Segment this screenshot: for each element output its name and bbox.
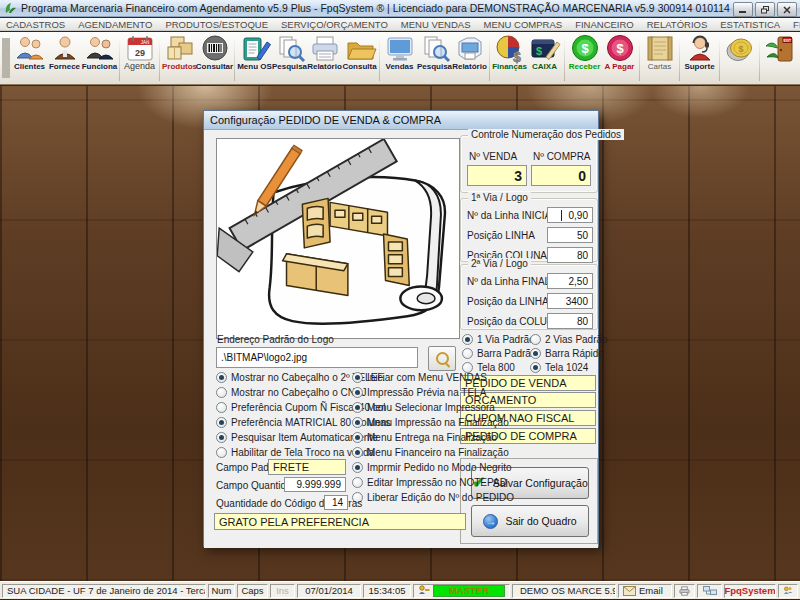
search-pages-icon — [273, 34, 307, 64]
option-label: Liberar Edição do Nº do PEDIDO — [367, 492, 514, 503]
radio-tela-1024[interactable]: Tela 1024 — [530, 361, 588, 374]
barcode-qty-field[interactable]: 14 — [324, 495, 348, 510]
posicao-da-coluna-field[interactable]: 80 — [547, 313, 593, 329]
option-impressao-finalizacao[interactable]: Menu Impressão na Finalização — [352, 416, 509, 429]
toolbar-receber-button[interactable]: $ Receber — [567, 32, 602, 84]
dialog-title-bar[interactable]: Configuração PEDIDO DE VENDA & COMPRA — [204, 111, 598, 130]
menu-ferramentas[interactable]: FERRAMENTAS — [793, 19, 800, 30]
close-button[interactable] — [777, 2, 797, 17]
toolbar-vendas-button[interactable]: Vendas — [382, 32, 417, 84]
menu-compras[interactable]: MENU COMPRAS — [483, 19, 562, 30]
toolbar-label: Funciona — [82, 62, 118, 71]
campo-padrao-field[interactable]: FRETE — [268, 459, 346, 475]
status-users[interactable] — [778, 584, 798, 598]
toolbar-agenda-button[interactable]: JAN 29 Agenda — [122, 32, 157, 84]
posicao-coluna-field[interactable]: 80 — [547, 247, 593, 263]
restore-button[interactable] — [755, 2, 775, 17]
toolbar-coin-button[interactable]: $ — [722, 32, 757, 84]
toolbar-clientes-button[interactable]: Clientes — [12, 32, 47, 84]
option-cabecalho-cnpj[interactable]: Mostrar no Cabeçalho o CNPJ — [216, 386, 367, 399]
toolbar-label: Receber — [569, 62, 601, 71]
footer-message-field[interactable]: GRATO PELA PREFERENCIA — [214, 513, 466, 530]
browse-logo-button[interactable] — [428, 346, 456, 371]
toolbar-pesquisa-vendas-button[interactable]: Pesquisa — [417, 32, 452, 84]
venda-number-field[interactable]: 3 — [467, 165, 527, 186]
svg-text:$: $ — [535, 45, 541, 57]
campo-quantidade-field[interactable]: 9.999.999 — [284, 477, 346, 492]
toolbar-separator — [489, 35, 490, 81]
status-machine: DEMO OS MARCE 5.9 — [512, 584, 616, 598]
linha-final-label: Nº da Linha FINAL — [467, 276, 550, 287]
menu-bar: CADASTROS AGENDAMENTO PRODUTOS/ESTOQUE S… — [0, 18, 800, 31]
logo-path-input[interactable]: .\BITMAP\logo2.jpg — [216, 347, 418, 368]
exit-dialog-button[interactable]: → Sair do Quadro — [471, 505, 589, 537]
radio-label: Barra Padrão — [477, 348, 536, 359]
menu-financeiro[interactable]: FINANCEIRO — [575, 19, 634, 30]
toolbar-menu-os-button[interactable]: Menu OS — [237, 32, 272, 84]
toolbar-suporte-button[interactable]: Suporte — [682, 32, 717, 84]
option-iniciar-vendas[interactable]: Iniciar com Menu VENDAS — [352, 371, 487, 384]
toolbar-fornece-button[interactable]: Fornece — [47, 32, 82, 84]
linha-final-field[interactable]: 2,50 — [547, 273, 593, 289]
radio-label: Barra Rápido — [545, 348, 604, 359]
toolbar-consulta-button[interactable]: Consulta — [342, 32, 377, 84]
menu-vendas[interactable]: MENU VENDAS — [401, 19, 471, 30]
users-icon — [783, 585, 793, 596]
radio-2-vias-padrao[interactable]: 2 Vias Padrão — [530, 333, 608, 346]
menu-agendamento[interactable]: AGENDAMENTO — [78, 19, 152, 30]
toolbar-cartas-button[interactable]: Cartas — [642, 32, 677, 84]
toolbar-label: Agenda — [124, 62, 155, 71]
via1-group: 1ª Via / Logo Nº da Linha INICIAL 0,90 P… — [460, 198, 598, 262]
menu-servico-orcamento[interactable]: SERVIÇO/ORÇAMENTO — [281, 19, 388, 30]
menu-produtos-estoque[interactable]: PRODUTOS/ESTOQUE — [165, 19, 268, 30]
toolbar-grip — [2, 38, 10, 78]
toolbar-consultar-button[interactable]: Consultar — [197, 32, 232, 84]
toolbar-label: Suporte — [684, 62, 714, 71]
option-tela-troco[interactable]: Habilitar de Tela Troco na venda — [216, 446, 374, 459]
toolbar-label: Relatório — [452, 62, 487, 71]
linha-inicial-field[interactable]: 0,90 — [547, 207, 593, 223]
toolbar-relatorio-os-button[interactable]: Relatório — [307, 32, 342, 84]
printer-icon — [308, 34, 342, 64]
toolbar-caixa-button[interactable]: $ CAIXA — [527, 32, 562, 84]
radio-1-via-padrao[interactable]: 1 Via Padrão — [462, 333, 535, 346]
toolbar-relatorio-vendas-button[interactable]: Relatório — [452, 32, 487, 84]
menu-relatorios[interactable]: RELATÓRIOS — [647, 19, 708, 30]
option-modo-negrito[interactable]: Imprmir Pedido no Modo Negrito — [352, 461, 512, 474]
toolbar-exit-button[interactable]: EXIT — [762, 32, 797, 84]
minimize-button[interactable] — [733, 2, 753, 17]
svg-text:JAN: JAN — [140, 40, 149, 45]
posicao-da-linha-field[interactable]: 3400 — [547, 293, 593, 309]
radio-icon — [530, 362, 541, 373]
toolbar-produtos-button[interactable]: Produtos — [162, 32, 197, 84]
status-network[interactable] — [697, 584, 722, 598]
toolbar-separator — [234, 35, 235, 81]
compra-number-field[interactable]: 0 — [531, 165, 591, 186]
radio-icon — [352, 447, 363, 458]
menu-cadastros[interactable]: CADASTROS — [6, 19, 65, 30]
status-email[interactable]: Email — [618, 584, 672, 598]
radio-barra-rapido[interactable]: Barra Rápido — [530, 347, 604, 360]
posicao-linha-field[interactable]: 50 — [547, 227, 593, 243]
option-liberar-edicao[interactable]: Liberar Edição do Nº do PEDIDO — [352, 491, 514, 504]
toolbar-a-pagar-button[interactable]: $ A Pagar — [602, 32, 637, 84]
network-icon — [703, 586, 717, 596]
status-brand: FpqSystem — [724, 584, 776, 598]
toolbar-separator — [679, 35, 680, 81]
toolbar-pesquisa-os-button[interactable]: Pesquisa — [272, 32, 307, 84]
toolbar-funciona-button[interactable]: Funciona — [82, 32, 117, 84]
dialog-body: Controle Numeração dos Pedidos Nº VENDA … — [204, 130, 598, 548]
option-selecionar-impressora[interactable]: Menu Selecionar Impressora — [352, 401, 495, 414]
exit-door-icon: EXIT — [763, 34, 797, 64]
option-editar-notepad[interactable]: Editar Impressão no NOTEPAD — [352, 476, 507, 489]
radio-icon — [352, 477, 363, 488]
option-label: Imprmir Pedido no Modo Negrito — [367, 462, 512, 473]
toolbar-separator — [159, 35, 160, 81]
option-financeiro-finalizacao[interactable]: Menu Financeiro na Finalização — [352, 446, 509, 459]
toolbar-financas-button[interactable]: $ Finanças — [492, 32, 527, 84]
option-entrega-finalizacao[interactable]: Menu Entrega na Finalização — [352, 431, 497, 444]
option-impressao-previa[interactable]: Impressão Prévia na TELA — [352, 386, 486, 399]
status-printer[interactable] — [674, 584, 695, 598]
radio-barra-padrao[interactable]: Barra Padrão — [462, 347, 536, 360]
menu-estatistica[interactable]: ESTATISTICA — [720, 19, 780, 30]
